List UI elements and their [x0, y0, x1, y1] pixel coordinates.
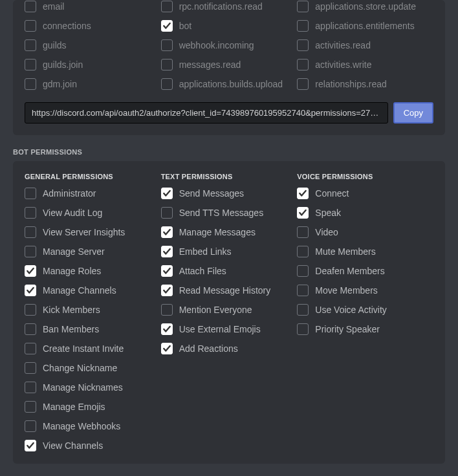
checkbox-label: Ban Members [43, 324, 99, 334]
checkbox-icon [297, 207, 309, 219]
checkbox-use-external-emojis[interactable]: Use External Emojis [161, 323, 298, 336]
checkbox-icon [297, 20, 309, 32]
checkbox-icon [161, 207, 173, 219]
checkbox-label: guilds [43, 40, 67, 50]
checkbox-priority-speaker[interactable]: Priority Speaker [297, 323, 433, 336]
checkbox-email[interactable]: email [25, 0, 161, 13]
oauth-url-input[interactable] [25, 102, 388, 124]
checkbox-label: Video [315, 227, 338, 237]
checkbox-icon [161, 59, 173, 70]
checkbox-label: messages.read [179, 60, 241, 70]
checkbox-guilds-join[interactable]: guilds.join [25, 58, 161, 71]
checkbox-icon [25, 343, 36, 354]
checkbox-label: Add Reactions [179, 343, 238, 354]
checkbox-label: Manage Messages [179, 227, 256, 237]
checkbox-icon [161, 226, 173, 238]
checkbox-icon [161, 323, 173, 335]
checkbox-manage-server[interactable]: Manage Server [25, 245, 161, 258]
checkbox-label: Send TTS Messages [179, 208, 263, 218]
checkbox-label: activities.write [315, 60, 371, 70]
checkbox-label: webhook.incoming [179, 40, 254, 50]
voice-permissions-heading: VOICE PERMISSIONS [297, 173, 433, 180]
checkbox-mute-members[interactable]: Mute Members [297, 245, 433, 258]
copy-button[interactable]: Copy [393, 102, 433, 124]
checkbox-gdm-join[interactable]: gdm.join [25, 78, 161, 91]
checkbox-label: Create Instant Invite [43, 343, 124, 354]
checkbox-connect[interactable]: Connect [297, 187, 433, 200]
checkbox-add-reactions[interactable]: Add Reactions [161, 342, 298, 355]
checkbox-move-members[interactable]: Move Members [297, 284, 433, 297]
checkbox-connections[interactable]: connections [25, 19, 161, 32]
checkbox-label: Kick Members [43, 305, 100, 315]
checkbox-activities-read[interactable]: activities.read [297, 39, 433, 52]
checkbox-label: Read Message History [179, 285, 271, 296]
checkbox-label: Manage Nicknames [43, 382, 123, 393]
checkbox-icon [297, 285, 309, 296]
checkbox-read-message-history[interactable]: Read Message History [161, 284, 298, 297]
checkbox-applications-entitlements[interactable]: applications.entitlements [297, 19, 433, 32]
checkbox-applications-store-update[interactable]: applications.store.update [297, 0, 433, 13]
checkbox-label: Manage Channels [43, 285, 116, 296]
checkbox-send-tts-messages[interactable]: Send TTS Messages [161, 206, 298, 219]
checkbox-activities-write[interactable]: activities.write [297, 58, 433, 71]
checkbox-icon [25, 78, 36, 90]
checkbox-icon [25, 304, 36, 316]
checkbox-webhook-incoming[interactable]: webhook.incoming [161, 39, 298, 52]
checkbox-label: email [43, 1, 64, 12]
checkbox-icon [297, 1, 309, 12]
checkbox-label: Manage Server [43, 246, 105, 257]
checkbox-view-channels[interactable]: View Channels [25, 439, 161, 452]
checkbox-icon [297, 39, 309, 51]
checkbox-speak[interactable]: Speak [297, 206, 433, 219]
checkbox-label: applications.entitlements [315, 21, 414, 31]
checkbox-manage-emojis[interactable]: Manage Emojis [25, 400, 161, 413]
checkbox-manage-nicknames[interactable]: Manage Nicknames [25, 381, 161, 394]
checkbox-icon [25, 207, 36, 219]
checkbox-manage-webhooks[interactable]: Manage Webhooks [25, 420, 161, 433]
checkbox-administrator[interactable]: Administrator [25, 187, 161, 200]
checkbox-messages-read[interactable]: messages.read [161, 58, 298, 71]
checkbox-rpc-notifications-read[interactable]: rpc.notifications.read [161, 0, 298, 13]
checkbox-icon [25, 285, 36, 296]
checkbox-use-voice-activity[interactable]: Use Voice Activity [297, 303, 433, 316]
checkbox-create-instant-invite[interactable]: Create Instant Invite [25, 342, 161, 355]
checkbox-view-audit-log[interactable]: View Audit Log [25, 206, 161, 219]
checkbox-ban-members[interactable]: Ban Members [25, 323, 161, 336]
checkbox-label: View Audit Log [43, 208, 102, 218]
checkbox-embed-links[interactable]: Embed Links [161, 245, 298, 258]
checkbox-icon [161, 188, 173, 199]
checkbox-video[interactable]: Video [297, 226, 433, 239]
checkbox-guilds[interactable]: guilds [25, 39, 161, 52]
checkbox-deafen-members[interactable]: Deafen Members [297, 265, 433, 277]
checkbox-label: Manage Emojis [43, 402, 105, 412]
checkbox-manage-channels[interactable]: Manage Channels [25, 284, 161, 297]
checkbox-label: Change Nickname [43, 363, 117, 373]
checkbox-icon [161, 285, 173, 296]
checkbox-send-messages[interactable]: Send Messages [161, 187, 298, 200]
checkbox-icon [25, 323, 36, 335]
checkbox-applications-builds-upload[interactable]: applications.builds.upload [161, 78, 298, 91]
checkbox-attach-files[interactable]: Attach Files [161, 265, 298, 277]
checkbox-label: guilds.join [43, 60, 83, 70]
checkbox-icon [25, 420, 36, 432]
checkbox-icon [25, 59, 36, 70]
checkbox-mention-everyone[interactable]: Mention Everyone [161, 303, 298, 316]
checkbox-icon [25, 265, 36, 277]
checkbox-label: gdm.join [43, 79, 77, 89]
checkbox-icon [297, 304, 309, 316]
checkbox-manage-roles[interactable]: Manage Roles [25, 265, 161, 277]
checkbox-label: rpc.notifications.read [179, 1, 263, 12]
checkbox-icon [297, 188, 309, 199]
checkbox-label: Manage Roles [43, 266, 101, 276]
general-permissions-heading: GENERAL PERMISSIONS [25, 173, 161, 180]
checkbox-label: Attach Files [179, 266, 226, 276]
bot-permissions-heading: BOT PERMISSIONS [13, 148, 458, 156]
checkbox-manage-messages[interactable]: Manage Messages [161, 226, 298, 239]
checkbox-kick-members[interactable]: Kick Members [25, 303, 161, 316]
checkbox-icon [25, 188, 36, 199]
checkbox-view-server-insights[interactable]: View Server Insights [25, 226, 161, 239]
checkbox-relationships-read[interactable]: relationships.read [297, 78, 433, 91]
checkbox-bot[interactable]: bot [161, 19, 298, 32]
checkbox-label: bot [179, 21, 191, 31]
checkbox-change-nickname[interactable]: Change Nickname [25, 362, 161, 374]
